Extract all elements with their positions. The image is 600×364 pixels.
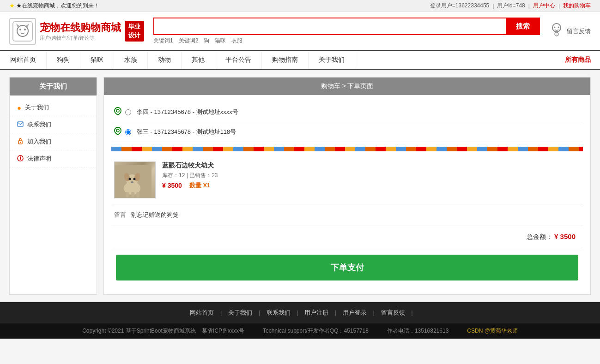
nav-dogs[interactable]: 狗狗 — [47, 51, 80, 69]
nav-about[interactable]: 关于我们 — [309, 51, 355, 69]
nav-aquatics[interactable]: 水族 — [114, 51, 148, 69]
site-title: 宠物在线购物商城 — [40, 21, 121, 35]
sidebar-join-label: 加入我们 — [27, 137, 51, 146]
svg-rect-27 — [126, 192, 129, 197]
product-qty: 数量 X1 — [189, 181, 211, 190]
address-radio-2[interactable] — [125, 129, 131, 135]
footer-link-register[interactable]: 用户注册 — [304, 309, 328, 316]
sidebar-about-label: 关于我们 — [25, 103, 49, 112]
address-pin-icon-2 — [114, 127, 121, 137]
sidebar: 关于我们 ● 关于我们 联系我们 加入我们 — [9, 77, 97, 295]
header: 宠物在线购物商城 用户/购物车/订单/评论等 毕业 设计 搜索 关键词1 关键词… — [0, 12, 600, 50]
logo-text: 宠物在线购物商城 用户/购物车/订单/评论等 — [40, 21, 121, 42]
site-subtitle: 用户/购物车/订单/评论等 — [40, 35, 121, 42]
pay-btn-row: 下单支付 — [111, 248, 583, 287]
svg-point-18 — [116, 129, 119, 132]
footer-link-login[interactable]: 用户登录 — [343, 309, 367, 316]
sidebar-item-about[interactable]: ● 关于我们 — [10, 99, 97, 116]
logo-image — [9, 18, 36, 45]
footer-link-about[interactable]: 关于我们 — [228, 309, 252, 316]
keyword-cat[interactable]: 猫咪 — [215, 37, 226, 45]
svg-point-7 — [554, 27, 556, 28]
nav-animals[interactable]: 动物 — [148, 51, 182, 69]
about-icon: ● — [17, 104, 21, 112]
product-row: 蓝眼石边牧犬幼犬 库存：12 | 已销售：23 ¥ 3500 数量 X1 — [111, 156, 583, 204]
svg-point-1 — [17, 25, 28, 36]
svg-point-3 — [24, 29, 26, 30]
sidebar-menu: ● 关于我们 联系我们 加入我们 法律声明 — [10, 95, 97, 171]
sidebar-contact-label: 联系我们 — [27, 120, 51, 129]
svg-point-24 — [129, 178, 131, 180]
dashed-separator — [111, 147, 583, 151]
keyword-clothes[interactable]: 衣服 — [231, 37, 242, 45]
keyword-2[interactable]: 关键词2 — [179, 37, 199, 45]
top-bar: ★ ★在线宠物商城，欢迎您的到来！ 登录用户=13622334455 | 用户i… — [0, 0, 600, 12]
search-input[interactable] — [153, 18, 506, 35]
user-center-link[interactable]: 用户中心 — [533, 2, 555, 10]
note-value: 别忘记赠送的狗笼 — [131, 211, 179, 219]
feedback-area[interactable]: 留言反馈 — [549, 22, 591, 40]
search-button[interactable]: 搜索 — [506, 18, 540, 35]
address-item-2: 张三 - 13712345678 - 测试地址118号 — [111, 122, 583, 142]
svg-point-16 — [20, 159, 21, 160]
search-row: 搜索 — [153, 18, 540, 35]
main-layout: 关于我们 ● 关于我们 联系我们 加入我们 — [0, 70, 600, 302]
content-area: 购物车 > 下单页面 李四 - 13712345678 - 测试地址xxxx号 … — [103, 77, 591, 295]
product-stock: 库存：12 | 已销售：23 — [162, 172, 580, 179]
contact-icon — [17, 121, 24, 129]
svg-point-13 — [20, 142, 21, 143]
nav-guide[interactable]: 购物指南 — [262, 51, 309, 69]
footer-link-contact[interactable]: 联系我们 — [267, 309, 291, 316]
nav-announcement[interactable]: 平台公告 — [215, 51, 262, 69]
svg-rect-0 — [13, 22, 32, 41]
footer-nav: 网站首页 | 关于我们 | 联系我们 | 用户注册 | 用户登录 | 留言反馈 … — [0, 302, 600, 323]
product-price: ¥ 3500 — [162, 182, 182, 189]
keyword-dog[interactable]: 狗 — [204, 37, 209, 45]
main-nav: 网站首页 狗狗 猫咪 水族 动物 其他 平台公告 购物指南 关于我们 所有商品 — [0, 50, 600, 70]
footer-bottom: Copyright ©2021 基于SprintBoot宠物商城系统 某省ICP… — [0, 323, 600, 339]
address-text-1: 李四 - 13712345678 - 测试地址xxxx号 — [137, 108, 238, 116]
svg-rect-29 — [136, 192, 139, 197]
svg-point-17 — [116, 109, 119, 112]
keyword-1[interactable]: 关键词1 — [153, 37, 173, 45]
legal-icon — [17, 155, 24, 163]
footer-link-feedback[interactable]: 留言反馈 — [381, 309, 405, 316]
search-keywords: 关键词1 关键词2 狗 猫咪 衣服 — [153, 37, 540, 45]
svg-point-2 — [19, 29, 21, 30]
total-row: 总金额： ¥ 3500 — [111, 226, 583, 248]
product-image — [114, 161, 156, 198]
nav-items: 网站首页 狗狗 猫咪 水族 动物 其他 平台公告 购物指南 关于我们 — [0, 51, 556, 69]
pay-button[interactable]: 下单支付 — [116, 255, 578, 280]
footer-csdn: CSDN @黄菊华老师 — [467, 327, 518, 335]
top-bar-user-info: 登录用户=13622334455 | 用户id=748 | 用户中心 | 我的购… — [430, 2, 591, 10]
sidebar-item-contact[interactable]: 联系我们 — [10, 116, 97, 133]
note-label: 留言 — [114, 211, 126, 219]
nav-other[interactable]: 其他 — [182, 51, 215, 69]
product-info: 蓝眼石边牧犬幼犬 库存：12 | 已销售：23 ¥ 3500 数量 X1 — [162, 161, 580, 190]
sidebar-item-legal[interactable]: 法律声明 — [10, 150, 97, 167]
svg-rect-28 — [131, 192, 134, 197]
nav-all-products[interactable]: 所有商品 — [556, 51, 600, 69]
my-cart-link[interactable]: 我的购物车 — [563, 2, 591, 10]
address-pin-icon-1 — [114, 107, 121, 117]
sidebar-item-join[interactable]: 加入我们 — [10, 133, 97, 150]
top-bar-welcome: ★ ★在线宠物商城，欢迎您的到来！ — [9, 2, 99, 10]
logo-area: 宠物在线购物商城 用户/购物车/订单/评论等 毕业 设计 — [9, 18, 144, 45]
footer-copyright: Copyright ©2021 基于SprintBoot宠物商城系统 某省ICP… — [82, 327, 244, 335]
footer-link-home[interactable]: 网站首页 — [190, 309, 214, 316]
footer-support: Technical support/开发作者QQ：45157718 — [263, 327, 369, 335]
note-row: 留言 别忘记赠送的狗笼 — [111, 204, 583, 226]
nav-cats[interactable]: 猫咪 — [80, 51, 114, 69]
svg-rect-11 — [18, 122, 23, 126]
address-radio-1[interactable] — [125, 109, 131, 115]
nav-home[interactable]: 网站首页 — [0, 51, 47, 69]
address-text-2: 张三 - 13712345678 - 测试地址118号 — [137, 128, 236, 136]
star-icon: ★ — [9, 2, 15, 9]
sidebar-legal-label: 法律声明 — [27, 155, 51, 163]
product-name: 蓝眼石边牧犬幼犬 — [162, 161, 580, 170]
join-icon — [17, 138, 24, 146]
svg-point-9 — [555, 32, 558, 36]
sidebar-title: 关于我们 — [10, 78, 97, 95]
product-img-inner — [115, 161, 155, 198]
search-area: 搜索 关键词1 关键词2 狗 猫咪 衣服 — [153, 18, 540, 45]
